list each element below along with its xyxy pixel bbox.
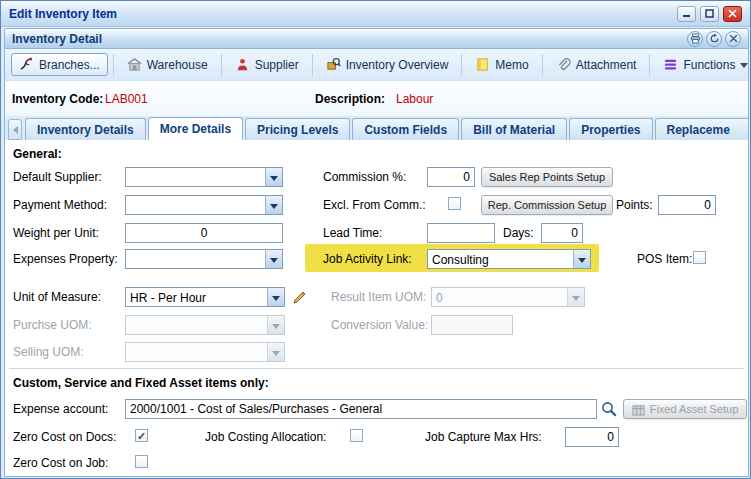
dropdown-arrow-icon <box>567 288 584 306</box>
refresh-icon <box>709 33 720 44</box>
memo-button[interactable]: Memo <box>467 53 536 76</box>
maximize-button[interactable] <box>700 6 719 22</box>
supplier-label: Supplier <box>255 58 299 72</box>
general-section-title: General: <box>13 147 62 161</box>
inventory-overview-icon <box>326 57 341 72</box>
lead-time-label: Lead Time: <box>323 226 382 240</box>
commission-input[interactable] <box>427 167 475 187</box>
purchse-uom-value <box>126 316 267 334</box>
window-controls <box>677 6 742 22</box>
default-supplier-value <box>126 168 265 186</box>
default-supplier-label: Default Supplier: <box>13 170 102 184</box>
sales-rep-points-setup-button[interactable]: Sales Rep Points Setup <box>481 167 613 187</box>
expense-account-search-button[interactable] <box>599 399 619 419</box>
attachment-button[interactable]: Attachment <box>548 53 645 76</box>
tab-pricing-levels[interactable]: Pricing Levels <box>245 118 350 140</box>
job-capture-max-hrs-input[interactable] <box>565 427 619 447</box>
tab-replacements[interactable]: Replaceme <box>655 118 750 140</box>
dropdown-arrow-icon <box>267 343 284 361</box>
functions-label: Functions <box>683 58 735 72</box>
close-panel-button[interactable] <box>725 31 741 47</box>
job-costing-allocation-checkbox[interactable] <box>350 429 363 442</box>
conversion-value-label: Conversion Value: <box>331 318 428 332</box>
job-activity-link-combo[interactable]: Consulting <box>427 249 591 269</box>
more-details-panel: General: Default Supplier: Commission %:… <box>4 139 749 477</box>
attachment-icon <box>556 57 571 72</box>
item-header-row: Inventory Code: LAB001 Description: Labo… <box>4 81 749 116</box>
expense-account-input[interactable] <box>125 399 597 419</box>
section-divider <box>9 368 744 370</box>
weight-per-unit-input[interactable] <box>125 223 283 243</box>
refresh-button[interactable] <box>706 31 722 47</box>
warehouse-button[interactable]: Warehouse <box>119 53 216 76</box>
warehouse-label: Warehouse <box>147 58 208 72</box>
tab-inventory-details[interactable]: Inventory Details <box>25 118 146 140</box>
dropdown-arrow-icon <box>267 316 284 334</box>
default-supplier-combo[interactable] <box>125 167 283 187</box>
toolbar-separator <box>649 54 650 76</box>
close-window-button[interactable] <box>723 6 742 22</box>
minimize-icon <box>682 9 691 18</box>
lead-time-input[interactable] <box>427 223 495 243</box>
maximize-icon <box>705 9 714 18</box>
rep-commission-setup-button[interactable]: Rep. Commission Setup <box>481 195 613 215</box>
close-icon <box>728 9 737 18</box>
dropdown-arrow-icon <box>265 168 282 186</box>
dropdown-arrow-icon <box>265 196 282 214</box>
tab-more-details[interactable]: More Details <box>148 117 243 140</box>
expenses-property-value <box>126 250 265 268</box>
edit-uom-button[interactable] <box>290 287 310 307</box>
fixed-asset-icon <box>632 403 645 416</box>
excl-from-comm-checkbox[interactable] <box>448 197 461 210</box>
toolbar-separator <box>221 54 222 76</box>
inventory-overview-button[interactable]: Inventory Overview <box>318 53 457 76</box>
toolbar-separator <box>542 54 543 76</box>
description-label: Description: <box>315 92 385 106</box>
days-input[interactable] <box>541 223 583 243</box>
tab-custom-fields[interactable]: Custom Fields <box>352 118 459 140</box>
supplier-icon <box>235 57 250 72</box>
expenses-property-combo[interactable] <box>125 249 283 269</box>
pos-item-checkbox[interactable] <box>693 251 706 264</box>
print-button[interactable] <box>687 31 703 47</box>
inventory-code-label: Inventory Code: <box>12 92 103 106</box>
tab-scroll-left-button[interactable] <box>8 119 22 140</box>
result-item-uom-combo: 0 <box>431 287 585 307</box>
points-input[interactable] <box>658 195 716 215</box>
purchse-uom-combo <box>125 315 285 335</box>
chevron-down-icon <box>740 63 748 72</box>
branches-label: Branches... <box>39 58 100 72</box>
toolbar-separator <box>461 54 462 76</box>
unit-of-measure-combo[interactable]: HR - Per Hour <box>125 287 285 307</box>
days-label: Days: <box>503 226 534 240</box>
inventory-overview-label: Inventory Overview <box>346 58 449 72</box>
tab-bill-of-material[interactable]: Bill of Material <box>461 118 567 140</box>
selling-uom-value <box>126 343 267 361</box>
zero-cost-job-checkbox[interactable] <box>135 455 148 468</box>
tab-strip: Inventory Details More Details Pricing L… <box>4 116 749 140</box>
branches-button[interactable]: Branches... <box>11 53 108 76</box>
job-costing-allocation-label: Job Costing Allocation: <box>205 430 326 444</box>
zero-cost-job-label: Zero Cost on Job: <box>13 456 108 470</box>
functions-button[interactable]: Functions <box>655 53 751 76</box>
attachment-label: Attachment <box>576 58 637 72</box>
zero-cost-docs-checkbox[interactable]: ✓ <box>135 429 148 442</box>
weight-per-unit-label: Weight per Unit: <box>13 226 99 240</box>
job-activity-link-value: Consulting <box>428 250 573 268</box>
title-bar: Edit Inventory Item <box>1 1 750 27</box>
payment-method-label: Payment Method: <box>13 198 107 212</box>
functions-icon <box>663 57 678 72</box>
panel-title: Inventory Detail <box>12 32 102 46</box>
result-item-uom-label: Result Item UOM: <box>331 290 426 304</box>
dropdown-arrow-icon <box>573 250 590 268</box>
tab-properties[interactable]: Properties <box>569 118 652 140</box>
payment-method-combo[interactable] <box>125 195 283 215</box>
supplier-button[interactable]: Supplier <box>227 53 307 76</box>
inventory-code-value: LAB001 <box>105 92 148 106</box>
warehouse-icon <box>127 57 142 72</box>
minimize-button[interactable] <box>677 6 696 22</box>
selling-uom-combo <box>125 342 285 362</box>
search-icon <box>600 400 618 418</box>
zero-cost-docs-label: Zero Cost on Docs: <box>13 430 116 444</box>
panel-header: Inventory Detail <box>4 28 749 49</box>
